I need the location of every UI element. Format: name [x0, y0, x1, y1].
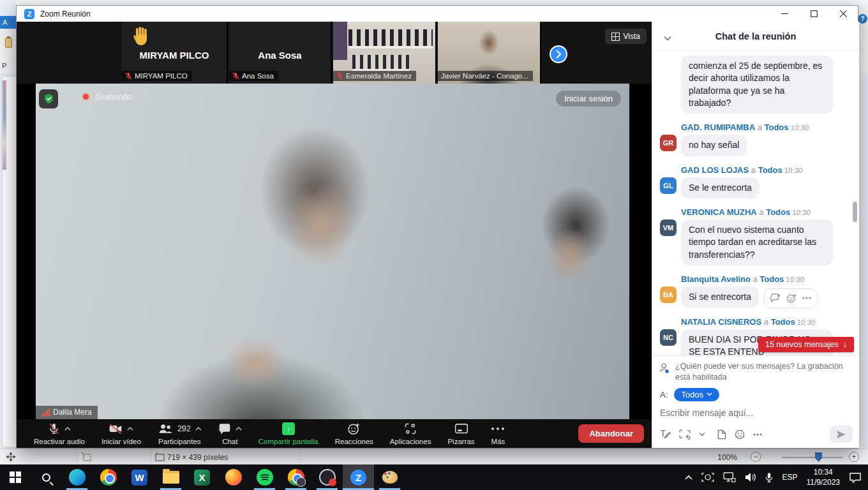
- view-button[interactable]: Vista: [605, 29, 647, 44]
- volume-tray-icon[interactable]: [745, 472, 756, 482]
- chat-message-list[interactable]: comienza el 25 de septiembre, es decir a…: [652, 51, 859, 355]
- new-messages-badge[interactable]: 15 nuevos mensajes ↓: [758, 337, 854, 352]
- taskbar-chrome-profile[interactable]: [280, 464, 311, 490]
- participant-tile-ana[interactable]: Ana Sosa Ana Sosa: [229, 22, 332, 84]
- message-sender[interactable]: Blanquita Avelino: [681, 274, 751, 284]
- hidden-icons-chevron[interactable]: [685, 475, 692, 480]
- attach-file-icon[interactable]: [717, 429, 726, 440]
- zoom-in-button[interactable]: +: [849, 452, 859, 462]
- chat-message-input[interactable]: [660, 408, 839, 418]
- chevron-up-icon[interactable]: [236, 427, 242, 431]
- participant-tile-miryam[interactable]: MIRYAM PILCO MIRYAM PILCO: [122, 22, 228, 84]
- next-page-button[interactable]: [550, 45, 567, 63]
- participant-nameplate: MIRYAM PILCO: [122, 71, 192, 81]
- zoom-slider-thumb[interactable]: [815, 452, 822, 462]
- more-actions-icon[interactable]: [802, 297, 811, 299]
- network-tray-icon[interactable]: [723, 472, 736, 482]
- taskbar-zoom[interactable]: Z: [343, 464, 374, 490]
- participant-display-name: MIRYAM PILCO: [122, 50, 227, 61]
- chevron-up-icon[interactable]: [64, 427, 71, 431]
- paint-status-bar: 719 × 439 píxeles 100% − +: [0, 449, 868, 464]
- taskbar-excel[interactable]: X: [186, 464, 218, 490]
- participant-tile-javier[interactable]: Javier Narváez - Conago...: [438, 22, 541, 84]
- taskbar-word[interactable]: W: [124, 464, 155, 490]
- collapse-chat-button[interactable]: [664, 32, 671, 43]
- leave-meeting-button[interactable]: Abandonar: [578, 424, 644, 443]
- emoji-icon[interactable]: [735, 429, 745, 440]
- chevron-up-icon[interactable]: [127, 427, 133, 431]
- reactions-label: Reacciones: [335, 438, 373, 445]
- message-recipient[interactable]: Todos: [758, 165, 782, 175]
- capture-tray-icon[interactable]: [701, 472, 714, 482]
- message-recipient[interactable]: Todos: [765, 122, 789, 132]
- participants-button[interactable]: 292 Participantes: [149, 419, 210, 448]
- participant-display-name: Ana Sosa: [229, 50, 331, 61]
- send-icon: [836, 430, 846, 439]
- action-center-icon[interactable]: [849, 472, 862, 483]
- message-sender[interactable]: GAD LOS LOJAS: [681, 165, 749, 175]
- message-sender[interactable]: NATALIA CISNEROS: [681, 317, 761, 327]
- chevron-down-icon[interactable]: [699, 432, 705, 436]
- close-button[interactable]: [828, 6, 858, 22]
- minimize-button[interactable]: [770, 6, 799, 22]
- microphone-tray-icon[interactable]: [765, 472, 773, 483]
- screenshot-icon[interactable]: [679, 429, 691, 440]
- start-video-button[interactable]: Iniciar vídeo: [93, 419, 149, 448]
- zoom-slider-track[interactable]: [782, 457, 842, 458]
- participant-tile-esmeralda[interactable]: Esmeralda Martínez: [333, 22, 437, 84]
- active-speaker-video[interactable]: Grabando Iniciar sesión Dalila Mera: [36, 84, 629, 420]
- video-background: [348, 29, 433, 48]
- more-composer-icon[interactable]: [753, 433, 762, 436]
- format-text-icon[interactable]: [660, 429, 671, 440]
- chat-scrollbar-thumb[interactable]: [853, 202, 857, 222]
- taskbar-obs[interactable]: [311, 464, 343, 490]
- taskbar-firefox[interactable]: [218, 464, 249, 490]
- reactions-button[interactable]: Reacciones: [327, 419, 382, 448]
- chevron-up-icon[interactable]: [195, 427, 202, 431]
- sign-in-button[interactable]: Iniciar sesión: [556, 91, 621, 107]
- whiteboards-button[interactable]: Pizarras: [439, 419, 483, 448]
- recording-indicator[interactable]: Grabando: [82, 92, 132, 101]
- message-sender[interactable]: VERONICA MUZHA: [681, 207, 757, 217]
- taskbar-edge[interactable]: [61, 464, 93, 490]
- security-shield-icon[interactable]: [39, 89, 58, 108]
- message-recipient[interactable]: Todos: [766, 207, 790, 217]
- chat-button[interactable]: Chat: [210, 419, 250, 448]
- message-preposition: a: [764, 317, 768, 327]
- maximize-button[interactable]: [799, 6, 828, 22]
- word-icon: W: [131, 470, 147, 486]
- message-recipient[interactable]: Todos: [771, 317, 795, 327]
- participants-icon: [158, 423, 173, 434]
- participant-name-label: Ana Sosa: [242, 72, 274, 80]
- taskbar-clock[interactable]: 10:34 11/9/2023: [807, 467, 841, 487]
- message-sender[interactable]: GAD. RUMIPAMBA: [681, 122, 755, 132]
- image-size-value: 719 × 439 píxeles: [167, 453, 228, 462]
- taskbar-file-explorer[interactable]: [155, 464, 186, 490]
- start-button[interactable]: [0, 464, 31, 490]
- main-video-stage: Grabando Iniciar sesión Dalila Mera: [17, 84, 652, 420]
- recipient-selector[interactable]: Todos: [674, 388, 719, 401]
- unmute-audio-button[interactable]: Reactivar audio: [26, 419, 93, 448]
- paste-icon[interactable]: [5, 38, 12, 48]
- participant-nameplate: Ana Sosa: [229, 71, 278, 81]
- zoom-out-button[interactable]: −: [751, 452, 761, 462]
- message-bubble: Si se entrecorta: [681, 286, 759, 308]
- chat-title: Chat de la reunión: [715, 31, 797, 41]
- language-indicator[interactable]: ESP: [782, 473, 797, 482]
- share-screen-icon: ↑: [282, 422, 295, 435]
- message-recipient[interactable]: Todos: [760, 274, 784, 284]
- taskbar-chrome[interactable]: [93, 464, 124, 490]
- reply-icon[interactable]: [770, 293, 781, 302]
- more-button[interactable]: Más: [483, 419, 514, 448]
- arrow-down-icon: ↓: [843, 340, 847, 349]
- send-message-button[interactable]: [830, 426, 853, 443]
- taskbar-spotify[interactable]: [249, 464, 280, 490]
- window-titlebar[interactable]: Z Zoom Reunión: [17, 6, 858, 22]
- paint-help-button[interactable]: ?: [858, 14, 867, 24]
- taskbar-search-button[interactable]: [31, 464, 61, 490]
- paint-file-menu[interactable]: A: [0, 16, 16, 29]
- share-screen-button[interactable]: ↑ Compartir pantalla: [250, 419, 327, 448]
- add-reaction-icon[interactable]: [786, 293, 797, 303]
- taskbar-paint[interactable]: [374, 464, 405, 490]
- apps-button[interactable]: Aplicaciones: [382, 419, 440, 448]
